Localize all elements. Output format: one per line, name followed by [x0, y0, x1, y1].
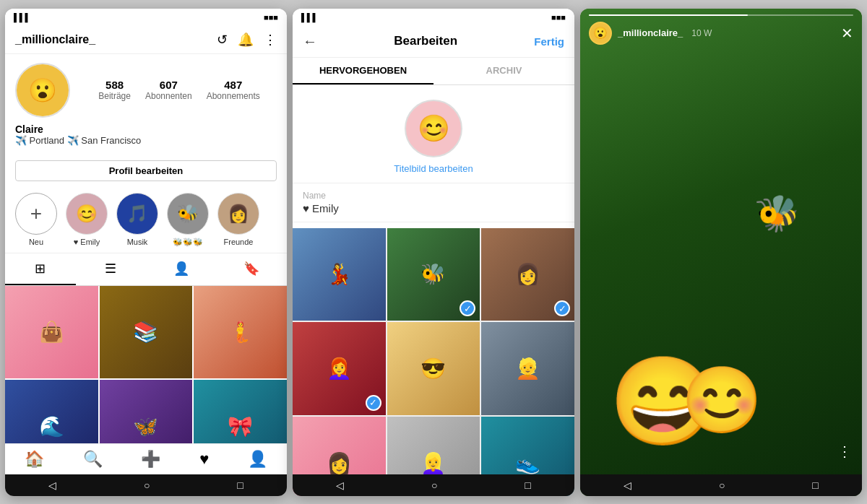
profile-bio-section: Claire ✈️ Portland ✈️ San Francisco [15, 123, 277, 146]
ig-header: _millionclaire_ ↺ 🔔 ⋮ [5, 26, 287, 54]
android-home-3[interactable]: ○ [719, 479, 725, 491]
story-avatar[interactable]: 😮 [589, 22, 612, 45]
profile-section: 😮 588 Beiträge 607 Abonnenten 487 Abonne… [5, 54, 287, 155]
story-cell-2[interactable]: 🐝 ✓ [387, 228, 480, 321]
name-field-value[interactable]: ♥ Emily [303, 202, 564, 214]
grid-photo-2: 📚 [100, 286, 193, 379]
tab-list[interactable]: ☰ [76, 253, 147, 285]
android-home-1[interactable]: ○ [144, 479, 150, 491]
profile-name: Claire [15, 123, 277, 135]
story-username: _millionclaire_ [618, 27, 683, 38]
profile-top: 😮 588 Beiträge 607 Abonnenten 487 Abonne… [15, 63, 277, 118]
tab-tagged[interactable]: 👤 [146, 253, 217, 285]
story-cell-3[interactable]: 👩 ✓ [481, 228, 574, 321]
phone-profile: ▌▌▌ ■■■ _millionclaire_ ↺ 🔔 ⋮ 😮 588 B [5, 9, 287, 496]
android-home-2[interactable]: ○ [431, 479, 437, 491]
android-bar-2: ◁ ○ □ [293, 474, 574, 496]
more-icon[interactable]: ⋮ [264, 32, 277, 48]
story-screen: 😄 😊 🐝 😮 _millionclaire_ 10 W ✕ [580, 9, 862, 496]
grid-photo-3: 🧜 [194, 286, 287, 379]
bee-sticker: 🐝 [754, 190, 803, 238]
grid-cell-1[interactable]: 👜 [5, 286, 98, 379]
following-count: 487 [224, 79, 242, 91]
android-bar-1: ◁ ○ □ [5, 474, 287, 496]
highlight-emily-label: ♥ Emily [74, 238, 100, 246]
followers-count: 607 [160, 79, 178, 91]
story-more-icon[interactable]: ⋮ [837, 443, 852, 460]
story-background: 😄 😊 🐝 [580, 9, 862, 496]
highlights-row: + Neu 😊 ♥ Emily 🎵 Musik 🐝 🐝🐝🐝 👩 Freunde [5, 187, 287, 253]
nav-heart-icon[interactable]: ♥ [199, 450, 209, 469]
grid-photo-1: 👜 [5, 286, 98, 379]
new-highlight-circle: + [15, 193, 57, 235]
nav-home-icon[interactable]: 🏠 [25, 450, 44, 469]
story-cell-4[interactable]: 👩‍🦰 ✓ [293, 322, 386, 415]
check-badge-3: ✓ [554, 300, 570, 316]
highlight-emily[interactable]: 😊 ♥ Emily [66, 193, 108, 247]
name-field-label: Name [303, 191, 564, 201]
avatar-image: 😮 [17, 64, 69, 116]
android-back-2[interactable]: ◁ [336, 479, 344, 491]
highlight-emily-circle: 😊 [66, 193, 108, 235]
edit-title: Bearbeiten [394, 34, 457, 48]
posts-count: 588 [105, 79, 124, 91]
cover-circle[interactable]: 😊 [405, 100, 462, 157]
android-recent-1[interactable]: □ [237, 479, 243, 491]
story-progress-fill [589, 14, 748, 16]
avatar[interactable]: 😮 [15, 63, 70, 118]
highlight-bees[interactable]: 🐝 🐝🐝🐝 [167, 193, 209, 247]
story-cell-6[interactable]: 👱 [481, 322, 574, 415]
story-photo-5: 😎 [387, 322, 480, 415]
highlight-freunde[interactable]: 👩 Freunde [217, 193, 259, 247]
tab-archiv[interactable]: ARCHIV [434, 58, 574, 84]
highlight-bees-label: 🐝🐝🐝 [173, 238, 203, 247]
story-close-icon[interactable]: ✕ [841, 25, 853, 42]
profile-username: _millionclaire_ [15, 33, 95, 46]
nav-add-icon[interactable]: ➕ [141, 450, 160, 469]
android-bar-3: ◁ ○ □ [580, 474, 862, 496]
highlight-freunde-circle: 👩 [217, 193, 259, 235]
status-bar-1: ▌▌▌ ■■■ [5, 9, 287, 26]
cover-edit-label[interactable]: Titelbild bearbeiten [394, 163, 473, 174]
highlight-musik[interactable]: 🎵 Musik [116, 193, 158, 247]
signal-icon-2: ▌▌▌ [301, 13, 318, 22]
android-recent-3[interactable]: □ [812, 479, 818, 491]
story-top-bar: 😮 _millionclaire_ 10 W ✕ [580, 9, 862, 45]
header-icons: ↺ 🔔 ⋮ [217, 32, 277, 48]
story-user-row: 😮 _millionclaire_ 10 W ✕ [589, 22, 853, 45]
stat-followers: 607 Abonnenten [145, 79, 192, 101]
name-section: Name ♥ Emily [293, 183, 574, 222]
back-button[interactable]: ← [303, 33, 317, 50]
highlight-new[interactable]: + Neu [15, 193, 57, 247]
person-add-icon[interactable]: 🔔 [238, 32, 254, 48]
history-icon[interactable]: ↺ [217, 32, 228, 48]
nav-profile-icon[interactable]: 👤 [248, 450, 267, 469]
tab-saved[interactable]: 🔖 [217, 253, 288, 285]
phone-edit: ▌▌▌ ■■■ ← Bearbeiten Fertig HERVORGEHOBE… [293, 9, 574, 496]
tab-hervorgehoben[interactable]: HERVORGEHOBEN [293, 58, 434, 84]
edit-tabs: HERVORGEHOBEN ARCHIV [293, 58, 574, 85]
story-photo-6: 👱 [481, 322, 574, 415]
story-progress-bar [589, 14, 853, 16]
android-back-1[interactable]: ◁ [48, 479, 56, 491]
done-button[interactable]: Fertig [534, 35, 564, 48]
cover-section: 😊 Titelbild bearbeiten [293, 85, 574, 183]
story-cell-1[interactable]: 💃 [293, 228, 386, 321]
edit-profile-button[interactable]: Profil bearbeiten [15, 160, 277, 181]
check-badge-4: ✓ [366, 395, 381, 411]
highlight-musik-label: Musik [127, 238, 148, 246]
story-time: 10 W [691, 28, 712, 38]
stat-posts: 588 Beiträge [98, 79, 131, 101]
highlight-new-label: Neu [29, 238, 43, 246]
posts-label: Beiträge [98, 91, 131, 101]
status-bar-2: ▌▌▌ ■■■ [293, 9, 574, 26]
nav-search-icon[interactable]: 🔍 [83, 450, 103, 469]
grid-cell-3[interactable]: 🧜 [194, 286, 287, 379]
story-cell-5[interactable]: 😎 [387, 322, 480, 415]
android-recent-2[interactable]: □ [525, 479, 530, 491]
grid-cell-2[interactable]: 📚 [100, 286, 193, 379]
tab-grid[interactable]: ⊞ [5, 253, 76, 285]
android-back-3[interactable]: ◁ [624, 479, 631, 491]
phone-story: 😄 😊 🐝 😮 _millionclaire_ 10 W ✕ [580, 9, 862, 496]
signal-icon: ▌▌▌ [14, 13, 30, 22]
